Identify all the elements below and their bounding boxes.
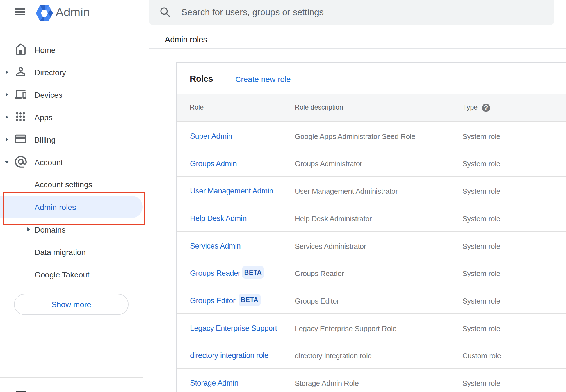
svg-text:?: ?	[484, 104, 488, 111]
